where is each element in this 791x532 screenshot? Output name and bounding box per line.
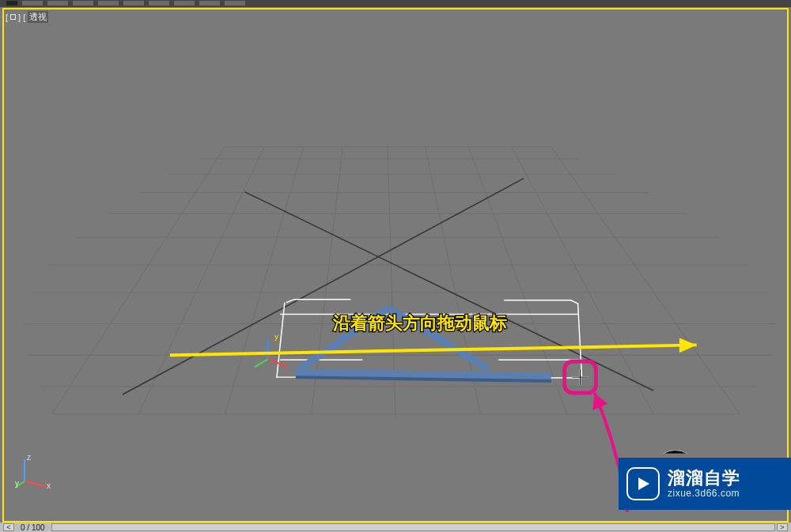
axis-label-z: z — [27, 453, 31, 462]
svg-line-13 — [138, 147, 264, 414]
timeline-next-button[interactable]: > — [777, 523, 788, 531]
scene[interactable]: y 沿着箭头方向拖动鼠标 — [4, 9, 787, 521]
toolbar-group[interactable] — [123, 1, 144, 6]
play-icon — [626, 467, 660, 500]
svg-line-14 — [225, 147, 303, 414]
timeline-track[interactable] — [51, 523, 775, 531]
transform-gizmo[interactable]: y — [255, 332, 288, 367]
timeline-prev-button[interactable]: < — [3, 523, 14, 531]
watermark-badge: 溜溜自学 zixue.3d66.com — [619, 458, 791, 510]
axis-label-x: x — [47, 481, 51, 490]
svg-line-27 — [296, 372, 551, 376]
annotation-arrow — [170, 338, 697, 355]
top-toolbar — [0, 0, 791, 7]
object-bounds — [276, 300, 582, 378]
axis-tripod: z x y — [15, 451, 55, 491]
toolbar-group[interactable] — [149, 1, 169, 6]
svg-line-21 — [123, 179, 524, 394]
axis-label-y: y — [15, 479, 19, 488]
svg-line-12 — [52, 147, 225, 414]
svg-line-30 — [255, 359, 268, 367]
toolbar-group[interactable] — [73, 1, 93, 6]
toolbar-group[interactable] — [98, 1, 119, 6]
toolbar-group[interactable] — [225, 1, 245, 6]
gizmo-label-y: y — [274, 332, 278, 341]
annotation-text: 沿着箭头方向拖动鼠标 — [332, 313, 507, 333]
toolbar-group[interactable] — [22, 1, 43, 6]
timeline-bar: < 0 / 100 > — [0, 523, 791, 532]
timeline-frame-label: 0 / 100 — [16, 523, 50, 532]
toolbar-group[interactable] — [47, 1, 68, 6]
watermark-sub: zixue.3d66.com — [668, 489, 740, 500]
svg-marker-43 — [638, 477, 649, 490]
toolbar-group[interactable] — [199, 1, 220, 6]
svg-line-24 — [578, 304, 582, 378]
svg-line-41 — [25, 481, 45, 486]
toolbar-group[interactable] — [174, 1, 195, 6]
perspective-viewport[interactable]: [ ] [ 透视 — [2, 8, 789, 523]
toolbar-icon[interactable] — [6, 1, 17, 6]
crosshair-cursor-icon — [573, 369, 589, 385]
svg-line-32 — [170, 345, 697, 355]
watermark-title: 溜溜自学 — [668, 468, 740, 488]
